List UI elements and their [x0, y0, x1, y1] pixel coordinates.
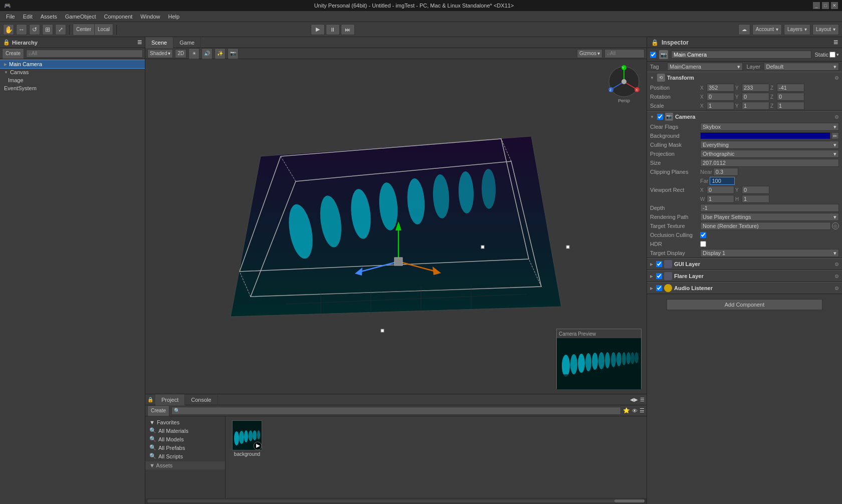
- rot-y-input[interactable]: [742, 93, 769, 101]
- rendering-path-dropdown[interactable]: Use Player Settings ▾: [700, 213, 839, 221]
- gizmo-widget[interactable]: Y X Z Persp: [606, 64, 642, 99]
- close-btn[interactable]: ✕: [831, 2, 838, 9]
- menu-help[interactable]: Help: [164, 11, 183, 22]
- hierarchy-search[interactable]: ⌕All: [26, 50, 143, 58]
- hdr-checkbox[interactable]: [700, 241, 706, 247]
- vp-h-input[interactable]: [742, 195, 769, 203]
- tool-move[interactable]: ↔: [16, 24, 27, 35]
- scene-tab[interactable]: Scene: [145, 37, 173, 48]
- project-tab[interactable]: Project: [155, 394, 185, 405]
- culling-mask-dropdown[interactable]: Everything ▾: [700, 141, 839, 149]
- camera-btn[interactable]: 📷: [228, 48, 239, 59]
- shading-dropdown[interactable]: Shaded▾: [147, 49, 173, 58]
- target-display-dropdown[interactable]: Display 1 ▾: [700, 249, 839, 257]
- project-create-btn[interactable]: Create: [147, 405, 169, 416]
- add-component-button[interactable]: Add Component: [667, 299, 822, 310]
- background-color-swatch[interactable]: [700, 132, 830, 139]
- hierarchy-item-canvas[interactable]: ▼ Canvas: [0, 68, 145, 76]
- camera-gear-icon[interactable]: ⚙: [834, 114, 839, 120]
- project-menu-icon[interactable]: ☰: [640, 407, 645, 414]
- scale-x-input[interactable]: [707, 102, 734, 110]
- asset-background[interactable]: background: [230, 420, 265, 457]
- menu-assets[interactable]: Assets: [37, 11, 61, 22]
- object-name-input[interactable]: [671, 51, 811, 59]
- pos-y-input[interactable]: [742, 84, 769, 92]
- favorites-header[interactable]: ▼ Favorites: [145, 418, 225, 426]
- transform-gear-icon[interactable]: ⚙: [834, 75, 839, 81]
- hierarchy-item-eventsystem[interactable]: EventSystem: [0, 84, 145, 92]
- projection-dropdown[interactable]: Orthographic ▾: [700, 150, 839, 158]
- flare-layer-gear-icon[interactable]: ⚙: [834, 274, 839, 279]
- menu-file[interactable]: File: [2, 11, 19, 22]
- scale-y-input[interactable]: [742, 102, 769, 110]
- project-eye-icon[interactable]: 👁: [632, 408, 638, 414]
- pos-x-input[interactable]: [707, 84, 734, 92]
- audio-listener-enabled[interactable]: [656, 285, 662, 291]
- hierarchy-item-image[interactable]: Image: [0, 76, 145, 84]
- project-search[interactable]: 🔍: [171, 407, 621, 415]
- tool-rotate[interactable]: ↺: [29, 24, 40, 35]
- size-input[interactable]: [700, 159, 839, 167]
- audio-btn[interactable]: 🔊: [201, 48, 213, 59]
- clear-flags-dropdown[interactable]: Skybox ▾: [700, 123, 839, 131]
- project-scrollbar[interactable]: [145, 498, 647, 504]
- lighting-btn[interactable]: ☀: [188, 48, 199, 59]
- occlusion-culling-checkbox[interactable]: [700, 232, 706, 238]
- play-btn[interactable]: ▶: [311, 24, 325, 35]
- far-input[interactable]: [710, 177, 735, 185]
- target-texture-picker[interactable]: ◎: [832, 222, 839, 229]
- pos-z-input[interactable]: [777, 84, 804, 92]
- flare-layer-header[interactable]: ▶ Flare Layer ⚙: [647, 271, 842, 282]
- pivot-local-btn[interactable]: Local: [95, 24, 113, 35]
- transform-section-header[interactable]: ▼ ⟲ Transform ⚙: [647, 72, 842, 83]
- layers-dropdown[interactable]: Layers▾: [784, 24, 810, 35]
- tool-scale[interactable]: ⊞: [42, 24, 53, 35]
- camera-enabled-checkbox[interactable]: [657, 114, 663, 120]
- audio-listener-gear-icon[interactable]: ⚙: [834, 286, 839, 291]
- depth-input[interactable]: [700, 204, 839, 212]
- menu-gameobject[interactable]: GameObject: [61, 11, 100, 22]
- background-color-edit[interactable]: ✏: [831, 132, 839, 139]
- scrollbar-thumb[interactable]: [614, 499, 645, 502]
- vp-x-input[interactable]: [707, 186, 734, 194]
- account-dropdown[interactable]: Account▾: [752, 24, 782, 35]
- settings-icon[interactable]: ☰: [640, 397, 645, 402]
- static-checkbox[interactable]: [829, 52, 835, 58]
- tool-hand[interactable]: ✋: [3, 24, 14, 35]
- vp-y-input[interactable]: [742, 186, 769, 194]
- collapse-icon[interactable]: ◀▶: [630, 397, 638, 402]
- all-materials-item[interactable]: 🔍 All Materials: [145, 426, 225, 435]
- static-dropdown-arrow[interactable]: ▾: [836, 52, 839, 57]
- step-btn[interactable]: ⏭: [341, 24, 355, 35]
- all-models-item[interactable]: 🔍 All Models: [145, 435, 225, 443]
- pause-btn[interactable]: ⏸: [326, 24, 340, 35]
- layer-dropdown[interactable]: Default ▾: [764, 63, 839, 71]
- audio-listener-header[interactable]: ▶ Audio Listener ⚙: [647, 283, 842, 294]
- menu-component[interactable]: Component: [100, 11, 136, 22]
- gui-layer-header[interactable]: ▶ GUI Layer ⚙: [647, 259, 842, 270]
- all-prefabs-item[interactable]: 🔍 All Prefabs: [145, 443, 225, 452]
- flare-layer-enabled[interactable]: [656, 273, 662, 279]
- scale-z-input[interactable]: [777, 102, 804, 110]
- tool-rect[interactable]: ⤢: [55, 24, 66, 35]
- effects-btn[interactable]: ✨: [215, 48, 226, 59]
- hierarchy-item-main-camera[interactable]: ▶ Main Camera: [0, 60, 145, 68]
- rot-x-input[interactable]: [707, 93, 734, 101]
- all-scripts-item[interactable]: 🔍 All Scripts: [145, 452, 225, 460]
- rot-z-input[interactable]: [777, 93, 804, 101]
- gui-layer-gear-icon[interactable]: ⚙: [834, 262, 839, 267]
- camera-section-header[interactable]: ▼ 📷 Camera ⚙: [647, 111, 842, 122]
- hierarchy-menu-icon[interactable]: ☰: [137, 40, 142, 45]
- project-star-icon[interactable]: ⭐: [623, 407, 630, 414]
- gizmos-dropdown[interactable]: Gizmos▾: [577, 49, 602, 58]
- gui-layer-enabled[interactable]: [656, 261, 662, 267]
- 2d-btn[interactable]: 2D: [175, 49, 186, 58]
- pivot-center-btn[interactable]: Center: [73, 24, 95, 35]
- scene-view[interactable]: Y X Z Persp Camera Preview: [145, 59, 647, 394]
- near-input[interactable]: [713, 168, 738, 176]
- menu-edit[interactable]: Edit: [19, 11, 37, 22]
- cloud-btn[interactable]: ☁: [738, 24, 750, 35]
- target-texture-dropdown[interactable]: None (Render Texture): [700, 222, 831, 230]
- scene-search[interactable]: ⌕All: [604, 49, 645, 58]
- hierarchy-create-btn[interactable]: Create: [2, 48, 24, 59]
